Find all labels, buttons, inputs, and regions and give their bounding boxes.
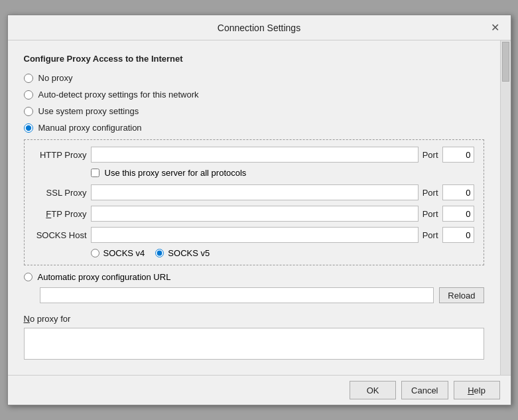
use-for-all-label: Use this proxy server for all protocols — [105, 168, 247, 178]
use-for-all-row: Use this proxy server for all protocols — [91, 168, 474, 178]
http-proxy-input[interactable] — [91, 147, 419, 163]
no-proxy-radio[interactable] — [24, 74, 33, 83]
manual-proxy-radio[interactable] — [24, 123, 33, 133]
ssl-port-input[interactable] — [442, 184, 474, 200]
socks-v5-label: SOCKS v5 — [168, 248, 210, 258]
auto-detect-option[interactable]: Auto-detect proxy settings for this netw… — [24, 90, 484, 100]
http-port-label: Port — [422, 150, 438, 160]
ftp-port-input[interactable] — [442, 206, 474, 222]
ssl-port-label: Port — [422, 188, 438, 198]
socks-port-label: Port — [422, 230, 438, 240]
scrollbar[interactable] — [500, 40, 511, 375]
auto-proxy-radio[interactable] — [24, 273, 32, 281]
section-title: Configure Proxy Access to the Internet — [24, 54, 484, 64]
cancel-button[interactable]: Cancel — [401, 381, 448, 399]
no-proxy-for-label: No proxy for — [24, 314, 484, 324]
dialog-footer: OK Cancel Help — [8, 375, 511, 405]
ssl-proxy-input[interactable] — [91, 184, 419, 200]
proxy-radio-group: No proxy Auto-detect proxy settings for … — [24, 73, 484, 133]
socks-host-row: SOCKS Host Port — [34, 227, 474, 243]
connection-settings-dialog: Connection Settings ✕ Configure Proxy Ac… — [7, 15, 511, 405]
auto-proxy-url-input[interactable] — [40, 287, 434, 303]
manual-proxy-label: Manual proxy configuration — [38, 123, 142, 133]
socks-host-label: SOCKS Host — [34, 230, 87, 240]
system-proxy-label: Use system proxy settings — [38, 106, 139, 116]
auto-proxy-label: Automatic proxy configuration URL — [38, 272, 171, 282]
ssl-proxy-row: SSL Proxy Port — [34, 184, 474, 200]
socks-port-input[interactable] — [442, 227, 474, 243]
content-area: Configure Proxy Access to the Internet N… — [8, 40, 500, 375]
manual-proxy-box: HTTP Proxy Port Use this proxy server fo… — [24, 139, 484, 265]
ftp-proxy-input[interactable] — [91, 206, 419, 222]
reload-button[interactable]: Reload — [439, 287, 484, 303]
manual-proxy-option[interactable]: Manual proxy configuration — [24, 123, 484, 133]
socks-v5-option[interactable]: SOCKS v5 — [155, 248, 210, 258]
socks-v4-radio[interactable] — [91, 249, 99, 257]
http-port-input[interactable] — [442, 147, 474, 163]
use-for-all-checkbox[interactable] — [91, 169, 99, 177]
close-button[interactable]: ✕ — [488, 21, 503, 35]
http-proxy-row: HTTP Proxy Port — [34, 147, 474, 163]
ftp-proxy-row: FTP Proxy Port — [34, 206, 474, 222]
title-bar: Connection Settings ✕ — [8, 15, 511, 40]
dialog-title: Connection Settings — [31, 23, 488, 33]
help-button[interactable]: Help — [454, 381, 500, 399]
ftp-proxy-label: FTP Proxy — [34, 209, 87, 219]
auto-proxy-row: Automatic proxy configuration URL — [24, 272, 484, 282]
system-proxy-radio[interactable] — [24, 107, 33, 116]
http-proxy-label: HTTP Proxy — [34, 150, 87, 160]
dialog-body: Configure Proxy Access to the Internet N… — [8, 40, 511, 375]
auto-detect-radio[interactable] — [24, 90, 33, 100]
scrollbar-thumb[interactable] — [502, 42, 509, 82]
no-proxy-option[interactable]: No proxy — [24, 73, 484, 83]
socks-v5-radio[interactable] — [155, 249, 164, 257]
ok-button[interactable]: OK — [350, 381, 396, 399]
system-proxy-option[interactable]: Use system proxy settings — [24, 106, 484, 116]
no-proxy-label: No proxy — [38, 73, 73, 83]
auto-detect-label: Auto-detect proxy settings for this netw… — [38, 90, 199, 100]
ssl-proxy-label: SSL Proxy — [34, 188, 87, 198]
socks-v4-option[interactable]: SOCKS v4 — [91, 248, 145, 258]
ftp-port-label: Port — [422, 209, 438, 219]
socks-host-input[interactable] — [91, 227, 419, 243]
no-proxy-section: No proxy for — [24, 314, 484, 362]
socks-v4-label: SOCKS v4 — [103, 248, 145, 258]
socks-version-row: SOCKS v4 SOCKS v5 — [91, 248, 474, 258]
no-proxy-input[interactable] — [24, 328, 484, 360]
url-input-row: Reload — [40, 287, 484, 303]
